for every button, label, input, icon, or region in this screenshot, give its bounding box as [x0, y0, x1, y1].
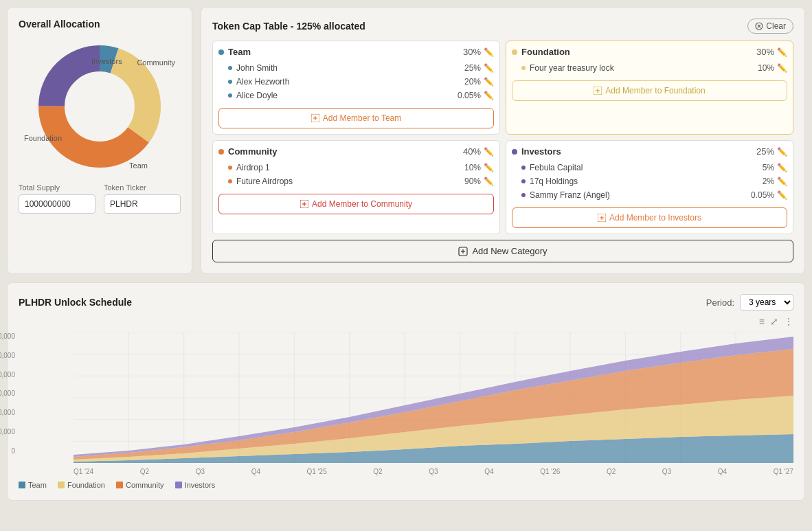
treasury-dot [521, 66, 526, 70]
add-foundation-icon [594, 87, 602, 95]
future-pct: 90% ✏️ [464, 177, 494, 186]
x-label-q3-26: Q3 [662, 468, 671, 475]
legend-investors-dot [175, 482, 182, 488]
period-selector: Period: 3 years 1 year 2 years 5 years [706, 294, 793, 310]
john-edit-icon[interactable]: ✏️ [484, 63, 494, 73]
token-ticker-field: Token Ticker [104, 183, 181, 214]
legend-investors-label: Investors [185, 481, 216, 489]
community-dot [218, 149, 224, 155]
chart-wrapper: 1,200,000,000 1,000,000,000 800,000,000 … [19, 332, 793, 475]
treasury-edit-icon[interactable]: ✏️ [777, 63, 787, 73]
alex-name: Alex Hezworth [236, 77, 289, 87]
chart-header: PLHDR Unlock Schedule Period: 3 years 1 … [19, 294, 793, 310]
more-options-icon[interactable]: ⋮ [784, 316, 793, 327]
supply-row: Total Supply Token Ticker [19, 183, 181, 214]
17q-edit-icon[interactable]: ✏️ [777, 177, 787, 186]
treasury-name: Four year treasury lock [530, 63, 614, 73]
expand-icon[interactable]: ⤢ [770, 316, 778, 327]
foundation-edit-icon[interactable]: ✏️ [777, 47, 787, 57]
total-supply-field: Total Supply [19, 183, 95, 214]
chart-x-labels: Q1 '24 Q2 Q3 Q4 Q1 '25 Q2 Q3 Q4 Q1 '26 Q… [74, 468, 793, 475]
sammy-dot [521, 193, 526, 197]
legend-team: Team [19, 481, 47, 489]
legend-community-dot [116, 482, 123, 488]
team-label: Team [228, 47, 251, 57]
airdrop1-edit-icon[interactable]: ✏️ [484, 163, 494, 172]
sammy-name: Sammy Franz (Angel) [530, 190, 610, 200]
community-pct-value: 40% [463, 146, 481, 157]
y-label-3: 600,000,000 [0, 389, 15, 397]
total-supply-input[interactable] [19, 194, 95, 214]
clear-label: Clear [766, 21, 786, 31]
foundation-member-treasury: Four year treasury lock 10% ✏️ [512, 61, 787, 75]
add-member-foundation-label: Add Member to Foundation [605, 86, 705, 95]
investors-section-header: Investors 25% ✏️ [512, 146, 787, 157]
investors-member-sammy: Sammy Franz (Angel) 0.05% ✏️ [512, 188, 787, 202]
future-edit-icon[interactable]: ✏️ [484, 177, 494, 186]
john-pct: 25% ✏️ [464, 63, 494, 73]
team-section-name: Team [218, 47, 251, 57]
add-member-investors-button[interactable]: Add Member to Investors [512, 207, 787, 228]
17q-dot [521, 179, 526, 183]
add-member-team-button[interactable]: Add Member to Team [218, 108, 494, 128]
add-new-category-button[interactable]: Add New Category [212, 240, 793, 262]
x-label-q3-25: Q3 [429, 468, 438, 475]
legend-team-dot [19, 482, 25, 488]
future-dot [228, 179, 232, 183]
sammy-pct: 0.05% ✏️ [751, 190, 787, 200]
period-select[interactable]: 3 years 1 year 2 years 5 years [740, 294, 793, 310]
team-pct: 30% ✏️ [463, 47, 494, 57]
add-member-community-label: Add Member to Community [312, 199, 412, 209]
x-label-q4-25: Q4 [484, 468, 493, 475]
team-dot [218, 49, 224, 55]
treasury-pct: 10% ✏️ [758, 63, 787, 73]
community-section: Community 40% ✏️ Airdrop 1 10% ✏️ [212, 140, 500, 234]
add-member-community-button[interactable]: Add Member to Community [218, 194, 494, 214]
foundation-label: Foundation [521, 47, 570, 57]
x-label-q1-24: Q1 '24 [74, 468, 93, 475]
clear-icon [755, 22, 763, 30]
investors-edit-icon[interactable]: ✏️ [777, 147, 787, 157]
team-member-john: John Smith 25% ✏️ [218, 61, 494, 75]
donut-label-community: Community [137, 58, 175, 67]
febula-dot [521, 166, 526, 170]
x-label-q2-24: Q2 [140, 468, 149, 475]
x-label-q2-25: Q2 [373, 468, 382, 475]
community-member-airdrop1: Airdrop 1 10% ✏️ [218, 161, 494, 174]
add-category-icon [458, 247, 468, 256]
list-view-icon[interactable]: ≡ [759, 316, 765, 327]
foundation-pct: 30% ✏️ [756, 47, 787, 57]
alex-edit-icon[interactable]: ✏️ [484, 77, 494, 87]
clear-button[interactable]: Clear [747, 19, 793, 34]
x-label-q1-27: Q1 '27 [774, 468, 793, 475]
legend-foundation: Foundation [58, 481, 105, 489]
team-member-alice: Alice Doyle 0.05% ✏️ [218, 89, 494, 102]
token-ticker-label: Token Ticker [104, 183, 181, 192]
add-investors-icon [598, 214, 606, 222]
y-label-0: 0 [0, 447, 15, 455]
alex-pct: 20% ✏️ [464, 77, 494, 87]
community-section-header: Community 40% ✏️ [218, 146, 494, 157]
investors-label: Investors [521, 146, 561, 157]
legend-foundation-label: Foundation [67, 481, 105, 489]
chart-legend: Team Foundation Community Investors [19, 481, 793, 489]
donut-chart: Investors Community Foundation Team [31, 38, 168, 175]
cap-table-title: Token Cap Table - 125% allocated [212, 21, 365, 32]
sammy-edit-icon[interactable]: ✏️ [777, 190, 787, 200]
cap-table-panel: Token Cap Table - 125% allocated Clear T… [201, 7, 805, 274]
y-label-4: 800,000,000 [0, 371, 15, 379]
team-edit-icon[interactable]: ✏️ [484, 47, 494, 57]
john-dot [228, 66, 232, 70]
legend-community: Community [116, 481, 164, 489]
foundation-dot [512, 49, 517, 55]
community-pct: 40% ✏️ [463, 146, 494, 157]
legend-team-label: Team [28, 481, 47, 489]
x-label-q4-26: Q4 [718, 468, 727, 475]
community-edit-icon[interactable]: ✏️ [484, 147, 494, 157]
febula-edit-icon[interactable]: ✏️ [777, 163, 787, 172]
alice-edit-icon[interactable]: ✏️ [484, 91, 494, 100]
foundation-section-header: Foundation 30% ✏️ [512, 47, 787, 57]
add-member-foundation-button[interactable]: Add Member to Foundation [512, 80, 787, 101]
investors-section: Investors 25% ✏️ Febula Capital 5% ✏️ [506, 140, 793, 234]
token-ticker-input[interactable] [104, 194, 181, 214]
